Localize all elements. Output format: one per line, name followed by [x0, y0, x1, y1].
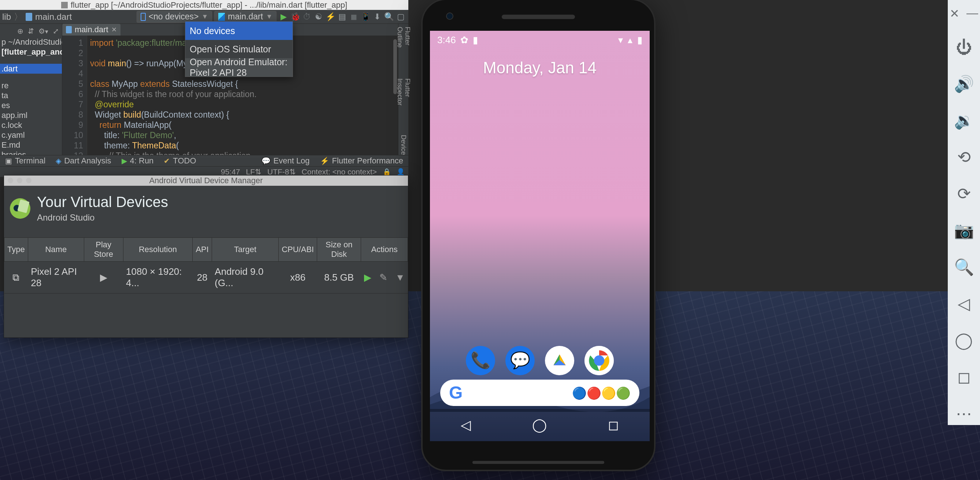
run-button[interactable]: ▶: [279, 12, 288, 22]
run-config-selector[interactable]: main.dart ▼: [214, 11, 277, 23]
zoom-icon[interactable]: 🔍: [954, 258, 974, 277]
flutter-icon: ⚡: [320, 156, 329, 165]
avd-launch-button[interactable]: ▶: [364, 272, 371, 283]
device-option-android[interactable]: Open Android Emulator: Pixel 2 API 28: [185, 58, 293, 77]
battery-icon: ▮: [473, 34, 478, 45]
col-resolution[interactable]: Resolution: [123, 238, 192, 262]
project-tree[interactable]: ⊕ ⇵ ⚙▾ ⤢ p ~/AndroidStudioProje [flutter…: [0, 24, 62, 155]
traffic-lights[interactable]: [8, 178, 32, 183]
home-icon[interactable]: ◯: [955, 331, 973, 350]
todo-icon: ✔: [164, 156, 170, 165]
hot-reload-icon[interactable]: ⚡: [326, 12, 335, 22]
sdk-manager-icon[interactable]: ⬇: [372, 12, 382, 22]
avd-menu-button[interactable]: ▼: [396, 272, 405, 283]
breadcrumb-item[interactable]: main.dart: [35, 12, 72, 22]
avd-edit-button[interactable]: ✎: [379, 272, 387, 283]
device-option-none[interactable]: No devices: [185, 22, 293, 40]
run-tab[interactable]: ▶4: Run: [116, 155, 159, 166]
search-icon[interactable]: 🔍: [384, 12, 394, 22]
tree-node[interactable]: es: [0, 100, 62, 110]
tree-node[interactable]: re: [0, 81, 62, 91]
screenshot-icon[interactable]: 📷: [954, 221, 974, 240]
inspector-icon[interactable]: 👤: [397, 168, 405, 176]
play-store-app[interactable]: [545, 346, 574, 375]
col-playstore[interactable]: Play Store: [84, 238, 123, 262]
camera-dot: [446, 13, 453, 20]
todo-tab[interactable]: ✔TODO: [159, 155, 201, 166]
tree-node[interactable]: app.iml: [0, 110, 62, 120]
close-icon[interactable]: ✕: [111, 26, 117, 34]
tree-node[interactable]: p ~/AndroidStudioProje: [0, 37, 62, 47]
chrome-app[interactable]: [584, 346, 614, 375]
col-name[interactable]: Name: [28, 238, 84, 262]
overview-button[interactable]: ◻: [608, 417, 619, 433]
emulator-screen[interactable]: 3:46✿▮ ▾▴▮ Monday, Jan 14 📞 💬 G 🔵🔴🟡🟢 ◁ ◯: [430, 31, 650, 441]
signal-icon: ▴: [628, 34, 633, 45]
breadcrumb: lib 〉 main.dart: [0, 11, 72, 23]
emulator-toolbar: ✕ — ⏻ 🔊 🔉 ⟲ ⟳ 📷 🔍 ◁ ◯ ◻ ⋯: [948, 0, 980, 425]
device-option-ios[interactable]: Open iOS Simulator: [185, 40, 293, 58]
breadcrumb-item[interactable]: lib: [2, 12, 11, 22]
event-log-tab[interactable]: 💬Event Log: [256, 156, 315, 166]
device-tab[interactable]: Device: [399, 135, 407, 155]
volume-up-icon[interactable]: 🔊: [954, 75, 974, 94]
col-type[interactable]: Type: [5, 238, 28, 262]
collapse-icon[interactable]: ⇵: [28, 27, 34, 35]
dart-analysis-tab[interactable]: ◈Dart Analysis: [51, 155, 116, 166]
tree-node[interactable]: c.lock: [0, 120, 62, 130]
more-icon[interactable]: ⋯: [956, 405, 972, 424]
home-button[interactable]: ◯: [532, 417, 547, 433]
user-icon[interactable]: ▢: [396, 12, 406, 22]
device-dropdown[interactable]: No devices Open iOS Simulator Open Andro…: [185, 21, 293, 77]
battery-icon: ▮: [637, 34, 642, 45]
overview-icon[interactable]: ◻: [957, 368, 970, 387]
google-logo: G: [449, 383, 463, 403]
target-icon[interactable]: ⊕: [17, 27, 24, 35]
gear-icon[interactable]: ⚙▾: [38, 27, 48, 35]
col-actions[interactable]: Actions: [361, 238, 408, 262]
col-target[interactable]: Target: [212, 238, 278, 262]
col-api[interactable]: API: [192, 238, 212, 262]
debug-button[interactable]: 🐞: [290, 12, 300, 22]
device-selector[interactable]: <no devices> ▼: [137, 11, 212, 23]
avd-manager-icon[interactable]: 📱: [361, 12, 370, 22]
avd-title-bar[interactable]: Android Virtual Device Manager: [4, 175, 408, 186]
terminal-tab[interactable]: ▣Terminal: [0, 155, 51, 166]
back-button[interactable]: ◁: [461, 417, 471, 433]
svg-point-2: [595, 357, 603, 364]
hide-icon[interactable]: ⤢: [53, 27, 59, 35]
scrollbar[interactable]: [393, 39, 397, 94]
lock-icon[interactable]: 🔒: [383, 168, 391, 176]
tree-node[interactable]: .dart: [0, 64, 62, 73]
rotate-right-icon[interactable]: ⟳: [957, 185, 970, 204]
tree-node-root[interactable]: [flutter_app_android]: [0, 47, 62, 57]
bottom-tool-tabs: ▣Terminal ◈Dart Analysis ▶4: Run ✔TODO 💬…: [0, 155, 408, 166]
play-store-icon: ▶: [100, 272, 107, 283]
col-size[interactable]: Size on Disk: [317, 238, 361, 262]
tree-node[interactable]: ta: [0, 91, 62, 100]
flutter-perf-tab[interactable]: ⚡Flutter Performance: [315, 156, 408, 166]
attach-icon[interactable]: ▤: [337, 12, 347, 22]
google-search-bar[interactable]: G 🔵🔴🟡🟢: [440, 380, 640, 406]
tree-node[interactable]: braries: [0, 150, 62, 155]
tree-node[interactable]: c.yaml: [0, 130, 62, 140]
editor-tab[interactable]: main.dart ✕: [62, 24, 121, 35]
file-icon: [61, 2, 68, 8]
terminal-icon: ▣: [5, 156, 12, 165]
back-icon[interactable]: ◁: [958, 295, 970, 314]
avd-row[interactable]: ⧉ Pixel 2 API 28 ▶ 1080 × 1920: 4... 28 …: [5, 262, 408, 293]
phone-app[interactable]: 📞: [466, 346, 495, 375]
emulator-frame: 3:46✿▮ ▾▴▮ Monday, Jan 14 📞 💬 G 🔵🔴🟡🟢 ◁ ◯: [421, 0, 655, 471]
minimize-emulator-button[interactable]: —: [966, 6, 978, 20]
rotate-left-icon[interactable]: ⟲: [957, 148, 970, 167]
gutter: 12345678910111213141516171819: [62, 35, 87, 155]
volume-down-icon[interactable]: 🔉: [954, 112, 974, 131]
assistant-icon[interactable]: 🔵🔴🟡🟢: [572, 386, 631, 400]
tree-node[interactable]: E.md: [0, 140, 62, 150]
close-emulator-button[interactable]: ✕: [950, 6, 959, 20]
coverage-icon[interactable]: ☯: [314, 12, 323, 22]
android-studio-logo: [10, 198, 30, 219]
power-icon[interactable]: ⏻: [956, 38, 972, 57]
messages-app[interactable]: 💬: [505, 346, 535, 375]
col-cpu[interactable]: CPU/ABI: [279, 238, 317, 262]
